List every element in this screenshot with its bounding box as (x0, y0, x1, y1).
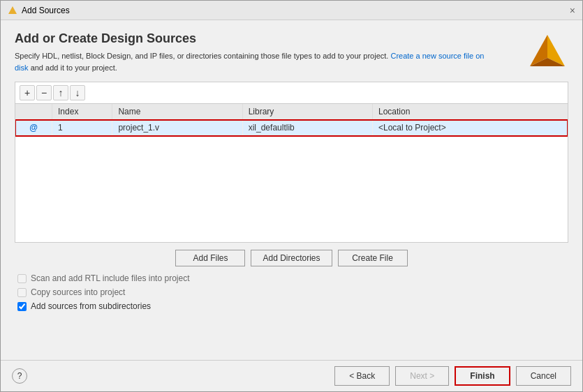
scan-rtl-label: Scan and add RTL include files into proj… (31, 273, 189, 283)
finish-button[interactable]: Finish (455, 366, 510, 386)
header-section: Add or Create Design Sources Specify HDL… (15, 31, 568, 73)
file-toolbar: + − ↑ ↓ (15, 82, 568, 103)
dialog-description: Specify HDL, netlist, Block Design, and … (15, 50, 489, 73)
add-subdirs-checkbox[interactable] (17, 302, 27, 311)
footer-left: ? (12, 368, 27, 384)
sources-table: Index Name Library Location @1project_1.… (15, 104, 568, 136)
dialog-content: Add or Create Design Sources Specify HDL… (1, 20, 582, 360)
dialog-title: Add or Create Design Sources (15, 31, 526, 46)
title-bar: Add Sources × (1, 1, 582, 20)
checkbox-row-copy-sources: Copy sources into project (17, 287, 568, 297)
svg-marker-0 (8, 6, 17, 14)
cell-location: <Local to Project> (372, 120, 568, 136)
copy-sources-checkbox[interactable] (17, 288, 27, 297)
cell-icon: @ (15, 120, 52, 136)
col-header-icon (15, 104, 52, 120)
action-buttons: Add Files Add Directories Create File (15, 250, 568, 266)
next-button[interactable]: Next > (395, 366, 449, 386)
add-directories-button[interactable]: Add Directories (251, 250, 332, 266)
table-header-row: Index Name Library Location (15, 104, 568, 120)
cell-name: project_1.v (112, 120, 242, 136)
checkbox-row-add-subdirs: Add sources from subdirectories (17, 301, 568, 311)
col-header-index: Index (52, 104, 112, 120)
add-subdirs-label: Add sources from subdirectories (31, 301, 151, 311)
cell-library: xil_defaultlib (242, 120, 372, 136)
move-down-toolbar-btn[interactable]: ↓ (70, 85, 85, 100)
table-row[interactable]: @1project_1.vxil_defaultlib<Local to Pro… (15, 120, 568, 136)
col-header-library: Library (242, 104, 372, 120)
checkboxes-section: Scan and add RTL include files into proj… (15, 273, 568, 311)
copy-sources-label: Copy sources into project (31, 287, 125, 297)
col-header-name: Name (112, 104, 242, 120)
title-bar-left: Add Sources (8, 6, 70, 15)
help-button[interactable]: ? (12, 368, 27, 384)
vivado-logo (526, 31, 568, 73)
add-file-toolbar-btn[interactable]: + (20, 85, 35, 100)
create-file-button[interactable]: Create File (338, 250, 408, 266)
sources-table-container: Index Name Library Location @1project_1.… (15, 103, 568, 243)
description-text2: and add it to your project. (31, 63, 117, 72)
main-window: Add Sources × Add or Create Design Sourc… (0, 0, 583, 392)
back-button[interactable]: < Back (334, 366, 390, 386)
header-text: Add or Create Design Sources Specify HDL… (15, 31, 526, 73)
app-icon (8, 6, 17, 15)
cell-index: 1 (52, 120, 112, 136)
move-up-toolbar-btn[interactable]: ↑ (53, 85, 68, 100)
dialog-footer: ? < Back Next > Finish Cancel (1, 360, 582, 391)
remove-file-toolbar-btn[interactable]: − (36, 85, 52, 100)
footer-right: < Back Next > Finish Cancel (334, 366, 571, 386)
scan-rtl-checkbox[interactable] (17, 274, 27, 283)
table-body: @1project_1.vxil_defaultlib<Local to Pro… (15, 120, 568, 136)
description-text1: Specify HDL, netlist, Block Design, and … (15, 52, 388, 60)
col-header-location: Location (372, 104, 568, 120)
close-button[interactable]: × (570, 6, 575, 15)
checkbox-row-scan-rtl: Scan and add RTL include files into proj… (17, 273, 568, 283)
window-title: Add Sources (22, 6, 70, 15)
cancel-button[interactable]: Cancel (516, 366, 571, 386)
add-files-button[interactable]: Add Files (175, 250, 245, 266)
